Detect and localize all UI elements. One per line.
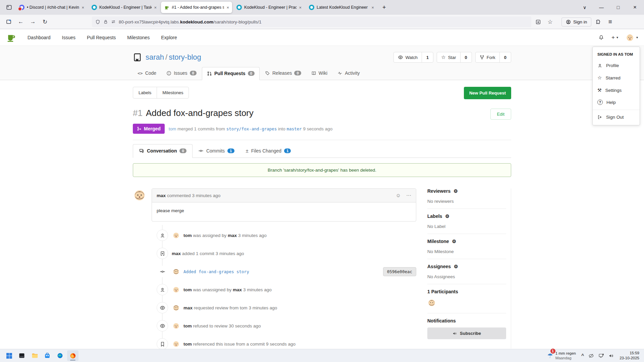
tab-kodekloud-task[interactable]: KodeKloud - Engineer | Task × [89,2,160,13]
avatar-max[interactable] [172,304,180,311]
participant-avatar-max[interactable] [427,298,436,307]
menu-item-sign-out[interactable]: Sign Out [593,111,640,123]
fork-button[interactable]: Fork 0 [475,52,511,63]
close-icon[interactable]: × [299,5,302,10]
forward-icon[interactable]: → [28,16,38,27]
close-icon[interactable]: × [371,5,374,10]
maximize-button[interactable]: □ [611,5,625,10]
gear-icon[interactable]: ⚙ [453,188,458,194]
menu-item-help[interactable]: ? Help [593,96,640,108]
nav-milestones[interactable]: Milestones [127,35,150,40]
create-new-dropdown[interactable]: + ▾ [611,34,618,41]
watch-button[interactable]: Watch 1 [393,52,434,63]
minimize-button[interactable]: — [594,5,608,10]
user-avatar-dropdown[interactable]: ▾ [626,33,638,42]
user-link[interactable]: tom [183,233,192,238]
avatar-max[interactable] [172,268,180,275]
tab-commits[interactable]: Commits 1 [193,144,240,158]
privacy-eye-icon[interactable] [588,353,594,359]
user-link[interactable]: max [172,251,181,256]
network-icon[interactable] [598,353,604,359]
avatar-max[interactable] [133,188,146,202]
notifications-bell-icon[interactable] [598,35,604,40]
tab-discord[interactable]: • Discord | #chit-chat | Kevin Po × [16,2,87,13]
nav-pull-requests[interactable]: Pull Requests [87,35,116,40]
user-link[interactable]: max [228,233,237,238]
commit-hash-button[interactable]: 0596e00eac [383,267,416,276]
emoji-reaction-icon[interactable]: ☺ [396,192,401,198]
close-icon[interactable]: × [226,5,229,10]
microsoft-store-icon[interactable] [42,350,53,361]
weather-widget[interactable]: ☂ 1 1 mm regen Maandag [547,351,576,361]
star-button[interactable]: ☆Star 0 [437,52,472,63]
commit-message-link[interactable]: Added fox-and-grapes story [183,269,249,274]
tab-releases[interactable]: Releases 0 [260,67,306,80]
user-link[interactable]: tom [183,342,192,347]
extensions-puzzle-icon[interactable] [593,16,603,27]
firefox-browser-icon[interactable] [67,350,78,361]
save-page-icon[interactable] [533,16,543,27]
menu-item-starred[interactable]: ☆ Starred [593,71,640,84]
hidden-icons-chevron[interactable]: ^ [581,353,584,358]
tab-pull-request-active[interactable]: #1 - Added fox-and-grapes stor × [161,2,232,13]
repo-name-link[interactable]: story-blog [169,53,201,61]
tab-pull-requests[interactable]: Pull Requests 0 [202,67,260,80]
lock-icon[interactable] [103,19,108,24]
gear-icon[interactable]: ⚙ [445,214,449,219]
edge-browser-icon[interactable] [54,350,66,361]
user-link[interactable]: tom [183,323,192,328]
gear-icon[interactable]: ⚙ [454,264,458,269]
fork-count[interactable]: 0 [499,52,511,62]
gitea-logo[interactable] [6,33,16,43]
tab-files-changed[interactable]: ± Files Changed 1 [240,144,297,158]
merged-by-link[interactable]: tom [169,126,176,131]
start-button[interactable] [3,350,15,361]
avatar-tom[interactable] [172,286,180,293]
url-bar[interactable]: 80-port-xx75lawcpir4pvtq.labs.kodekloud.… [92,16,531,27]
gear-icon[interactable]: ⚙ [452,239,457,244]
tab-list-chevron-icon[interactable]: ∨ [578,5,592,10]
user-link[interactable]: max [233,287,242,292]
labels-button[interactable]: Labels [133,87,157,99]
nav-issues[interactable]: Issues [62,35,75,40]
menu-hamburger-icon[interactable]: ≡ [605,16,615,27]
browser-signin-button[interactable]: Sign in [561,17,591,26]
tab-conversation[interactable]: Conversation 0 [133,144,193,158]
new-tab-button[interactable]: + [378,4,390,11]
volume-icon[interactable] [608,353,614,359]
edit-button[interactable]: Edit [490,109,511,120]
back-icon[interactable]: ← [15,16,26,27]
target-branch-link[interactable]: master [286,126,302,131]
watch-count[interactable]: 1 [422,52,433,62]
subscribe-button[interactable]: Subscribe [427,327,506,339]
menu-item-settings[interactable]: ⚒ Settings [593,84,640,96]
reload-icon[interactable]: ↻ [40,16,50,27]
comment-menu-icon[interactable]: ⋯ [406,192,411,198]
repo-owner-link[interactable]: sarah [146,53,164,61]
file-explorer-icon[interactable] [29,350,40,361]
firefox-view-icon[interactable] [4,2,14,12]
avatar-tom[interactable] [172,322,180,329]
close-icon[interactable]: × [154,5,157,10]
permissions-icon[interactable] [111,19,116,24]
tab-wiki[interactable]: Wiki [307,67,332,80]
menu-item-profile[interactable]: Profile [593,60,640,71]
comment-author-link[interactable]: max [157,193,166,198]
nav-explore[interactable]: Explore [161,35,177,40]
new-pull-request-button[interactable]: New Pull Request [464,87,511,99]
bookmark-star-icon[interactable]: ☆ [545,16,555,27]
tab-kodekloud-forum[interactable]: Latest KodeKloud Engineer topi × [306,2,377,13]
source-branch-link[interactable]: story/fox-and-grapes [226,126,277,131]
taskbar-clock[interactable]: 15:59 23-10-2025 [620,351,641,361]
close-window-button[interactable]: × [628,4,642,11]
taskbar-terminal-icon[interactable] [16,350,28,361]
close-icon[interactable]: × [82,5,84,10]
tab-code[interactable]: <> Code [133,67,161,80]
shield-icon[interactable] [95,19,100,24]
avatar-tom[interactable] [172,232,180,239]
tab-issues[interactable]: Issues 0 [162,67,201,80]
milestones-button[interactable]: Milestones [157,87,189,99]
user-link[interactable]: tom [183,287,192,292]
tab-kodekloud-practice[interactable]: KodeKloud - Engineer | Practice × [233,2,305,13]
star-count[interactable]: 0 [460,52,472,62]
